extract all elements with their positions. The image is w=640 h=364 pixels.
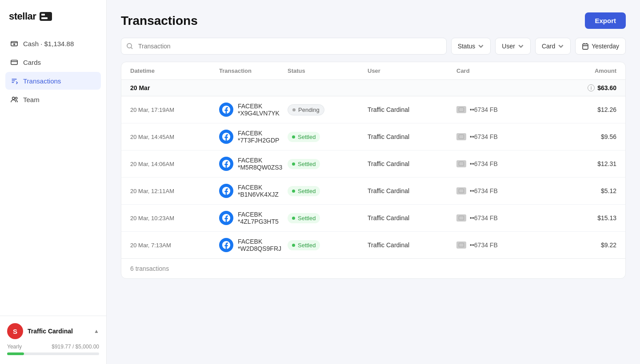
cell-amount: $5.12 (554, 187, 616, 194)
svg-point-3 (12, 97, 15, 99)
sidebar-item-team[interactable]: Team (5, 91, 101, 108)
main-content: Transactions Export Status User Card (107, 0, 640, 364)
settled-dot (292, 190, 295, 193)
svg-point-1 (14, 44, 15, 45)
settled-dot (292, 244, 295, 247)
table-row[interactable]: 20 Mar, 17:19AM FACEBK *X9G4LVN7YK Pendi… (121, 96, 625, 123)
progress-bar-background (7, 352, 99, 355)
status-filter-button[interactable]: Status (451, 38, 491, 55)
facebook-icon (219, 130, 233, 144)
settled-dot (292, 162, 295, 166)
sidebar-item-transactions[interactable]: Transactions (5, 72, 101, 90)
status-badge: Settled (288, 240, 320, 250)
card-filter-label: Card (542, 43, 555, 50)
table-header: Datetime Transaction Status User Card Am… (121, 62, 625, 80)
app-logo: stellar (0, 0, 106, 31)
col-card: Card (456, 67, 554, 74)
filters-row: Status User Card Yesterday (107, 38, 640, 62)
facebook-icon (219, 157, 233, 171)
cell-status: Settled (288, 213, 368, 223)
progress-bar-fill (7, 352, 24, 355)
cell-status: Settled (288, 159, 368, 169)
svg-point-5 (127, 44, 132, 48)
cell-user: Traffic Cardinal (368, 106, 456, 113)
cell-datetime: 20 Mar, 12:11AM (130, 188, 219, 194)
svg-rect-6 (583, 44, 588, 49)
logo-icon (40, 12, 52, 21)
date-filter-button[interactable]: Yesterday (575, 38, 626, 55)
sidebar-item-cards[interactable]: Cards (5, 53, 101, 71)
search-input[interactable] (121, 38, 447, 55)
cell-user: Traffic Cardinal (368, 214, 456, 222)
status-badge: Settled (288, 159, 320, 169)
user-filter-button[interactable]: User (495, 38, 531, 55)
merchant-name: FACEBK *B1N6VK4XJZ (238, 184, 288, 198)
card-number: ••6734 FB (470, 241, 498, 249)
status-filter-label: Status (458, 43, 476, 50)
app-name: stellar (9, 11, 36, 22)
merchant-name: FACEBK *X9G4LVN7YK (238, 103, 288, 117)
status-badge: Settled (288, 186, 320, 196)
pending-dot (292, 108, 296, 111)
settled-dot (292, 217, 295, 220)
cell-datetime: 20 Mar, 10:23AM (130, 215, 219, 222)
merchant-name: FACEBK *7T3FJH2GDP (238, 130, 288, 144)
cell-datetime: 20 Mar, 7:13AM (130, 242, 219, 249)
date-filter-label: Yesterday (592, 43, 619, 50)
card-chip-icon (456, 187, 466, 194)
budget-amounts: $919.77 / $5,000.00 (52, 344, 99, 350)
col-status: Status (288, 67, 368, 74)
cell-merchant: FACEBK *B1N6VK4XJZ (219, 184, 288, 198)
sidebar-item-cash[interactable]: Cash · $1,134.88 (5, 35, 101, 52)
table-body: 20 Mar, 17:19AM FACEBK *X9G4LVN7YK Pendi… (121, 96, 625, 258)
facebook-icon (219, 103, 233, 117)
cell-amount: $12.26 (554, 106, 616, 113)
col-amount: Amount (554, 67, 616, 74)
cell-user: Traffic Cardinal (368, 160, 456, 167)
cards-icon (10, 58, 19, 67)
cell-card: ••6734 FB (456, 214, 554, 222)
sidebar-nav: Cash · $1,134.88 Cards Transactions (0, 31, 106, 316)
table-footer: 6 transactions (121, 258, 625, 278)
cell-user: Traffic Cardinal (368, 187, 456, 194)
export-button[interactable]: Export (585, 12, 626, 29)
cell-status: Settled (288, 186, 368, 196)
table-row[interactable]: 20 Mar, 14:45AM FACEBK *7T3FJH2GDP Settl… (121, 123, 625, 150)
transactions-icon (10, 76, 19, 85)
card-chip-icon (456, 214, 466, 222)
transactions-table: Datetime Transaction Status User Card Am… (121, 62, 626, 279)
plan-label: Yearly (7, 344, 22, 350)
card-number: ••6734 FB (470, 187, 498, 194)
cell-merchant: FACEBK *7T3FJH2GDP (219, 130, 288, 144)
settled-dot (292, 135, 295, 138)
table-row[interactable]: 20 Mar, 7:13AM FACEBK *W2D8QS9FRJ Settle… (121, 232, 625, 258)
cell-merchant: FACEBK *4ZL7PG3HT5 (219, 211, 288, 225)
card-chip-icon (456, 160, 466, 167)
cell-merchant: FACEBK *W2D8QS9FRJ (219, 238, 288, 252)
chevron-up-icon: ▲ (94, 328, 99, 334)
card-number: ••6734 FB (470, 106, 498, 113)
cell-amount: $15.13 (554, 214, 616, 222)
budget-progress-labels: Yearly $919.77 / $5,000.00 (7, 344, 99, 350)
info-icon[interactable]: i (588, 84, 595, 91)
cell-status: Pending (288, 104, 368, 115)
page-title: Transactions (121, 14, 198, 28)
card-chip-icon (456, 133, 466, 140)
facebook-icon (219, 238, 233, 252)
col-transaction: Transaction (219, 67, 288, 74)
page-header: Transactions Export (107, 0, 640, 38)
cell-datetime: 20 Mar, 17:19AM (130, 107, 219, 113)
search-icon (126, 43, 133, 50)
cell-user: Traffic Cardinal (368, 133, 456, 140)
table-row[interactable]: 20 Mar, 12:11AM FACEBK *B1N6VK4XJZ Settl… (121, 178, 625, 205)
col-user: User (368, 67, 456, 74)
svg-rect-2 (11, 60, 17, 65)
cell-amount: $9.56 (554, 133, 616, 140)
merchant-name: FACEBK *W2D8QS9FRJ (238, 238, 288, 252)
status-badge: Pending (288, 104, 324, 115)
table-row[interactable]: 20 Mar, 10:23AM FACEBK *4ZL7PG3HT5 Settl… (121, 205, 625, 232)
table-row[interactable]: 20 Mar, 14:06AM FACEBK *M5R8QW0ZS3 Settl… (121, 150, 625, 178)
card-filter-button[interactable]: Card (535, 38, 571, 55)
sidebar-transactions-label: Transactions (23, 77, 61, 85)
user-info[interactable]: S Traffic Cardinal ▲ (7, 323, 99, 339)
